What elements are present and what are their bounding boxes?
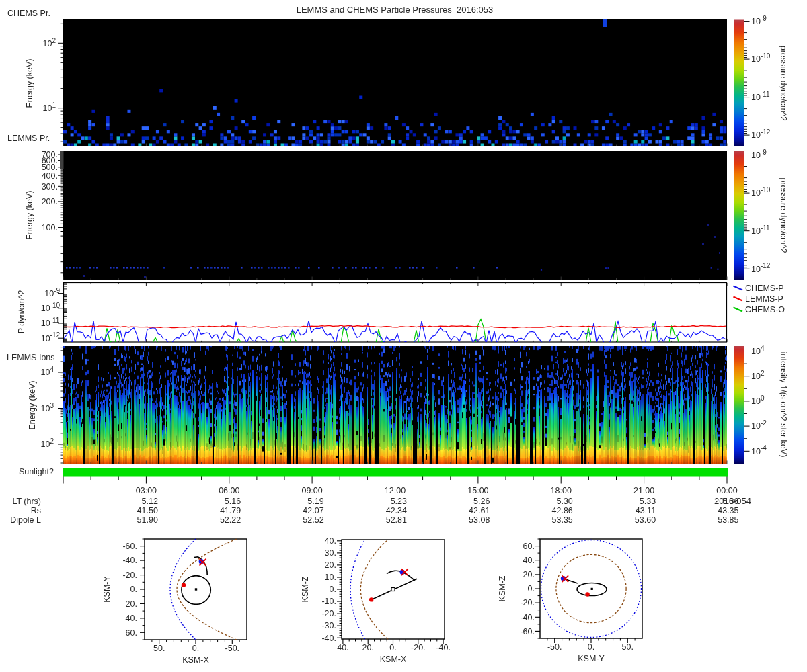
svg-text:Energy (keV): Energy (keV)	[25, 191, 34, 240]
svg-text:LEMMS-P: LEMMS-P	[745, 294, 783, 304]
svg-text:2016-054: 2016-054	[714, 496, 751, 506]
svg-text:Dipole L: Dipole L	[10, 515, 41, 525]
svg-text:53.35: 53.35	[552, 515, 573, 525]
svg-text:0.: 0.	[330, 585, 336, 594]
svg-text:10-9: 10-9	[44, 287, 60, 298]
svg-text:-10.: -10.	[321, 597, 336, 606]
svg-text:Rs: Rs	[31, 506, 41, 515]
svg-text:41.50: 41.50	[137, 506, 158, 515]
svg-text:09:00: 09:00	[301, 486, 322, 495]
svg-text:43.35: 43.35	[718, 506, 738, 515]
svg-text:10-9: 10-9	[751, 149, 767, 160]
svg-text:18:00: 18:00	[551, 486, 572, 495]
svg-text:10-10: 10-10	[751, 52, 771, 64]
svg-text:intensity 1/(s cm^2 ster keV): intensity 1/(s cm^2 ster keV)	[779, 352, 788, 458]
svg-text:52.81: 52.81	[386, 515, 407, 525]
svg-text:0.: 0.	[130, 585, 137, 594]
svg-text:KSM-Y: KSM-Y	[578, 654, 605, 663]
svg-text:0.: 0.	[588, 642, 594, 652]
svg-text:102: 102	[43, 37, 56, 48]
svg-text:10-4: 10-4	[751, 444, 767, 456]
svg-text:5.12: 5.12	[142, 497, 158, 506]
svg-text:06:00: 06:00	[219, 486, 239, 495]
svg-text:KSM-X: KSM-X	[380, 655, 407, 664]
svg-text:-40.: -40.	[436, 643, 451, 653]
svg-text:10-11: 10-11	[751, 91, 770, 102]
svg-text:10-11: 10-11	[41, 317, 60, 328]
svg-text:53.60: 53.60	[635, 515, 656, 525]
svg-text:12:00: 12:00	[385, 486, 406, 495]
svg-text:-60.: -60.	[122, 542, 137, 551]
svg-text:-20.: -20.	[520, 598, 535, 607]
svg-text:CHEMS-P: CHEMS-P	[745, 284, 784, 293]
svg-text:20.: 20.	[325, 560, 336, 570]
svg-text:40.: 40.	[126, 614, 137, 623]
svg-text:10-9: 10-9	[751, 15, 767, 26]
svg-text:101: 101	[43, 101, 56, 113]
svg-text:10-12: 10-12	[751, 262, 771, 274]
svg-text:-40.: -40.	[122, 556, 137, 565]
svg-text:CHEMS-O: CHEMS-O	[745, 305, 785, 314]
svg-text:51.90: 51.90	[137, 515, 158, 525]
svg-text:104: 104	[751, 345, 765, 356]
svg-text:15:00: 15:00	[467, 486, 488, 495]
svg-text:42.61: 42.61	[469, 506, 490, 515]
svg-text:100.: 100.	[42, 223, 58, 233]
svg-text:200.: 200.	[42, 197, 58, 206]
svg-text:41.79: 41.79	[220, 506, 241, 515]
svg-text:103: 103	[41, 402, 54, 413]
svg-text:pressure dyne/cm^2: pressure dyne/cm^2	[779, 177, 788, 253]
svg-text:10-10: 10-10	[751, 186, 771, 198]
svg-text:21:00: 21:00	[633, 486, 654, 495]
svg-text:-50.: -50.	[225, 644, 240, 653]
svg-text:P dyn/cm^2: P dyn/cm^2	[17, 290, 26, 334]
svg-text:Energy (keV): Energy (keV)	[25, 59, 34, 108]
svg-text:102: 102	[41, 437, 54, 449]
svg-text:LEMMS and CHEMS Particle Press: LEMMS and CHEMS Particle Pressures 2016:…	[297, 5, 494, 15]
svg-text:40.: 40.	[523, 556, 535, 565]
svg-text:LEMMS Pr.: LEMMS Pr.	[7, 134, 50, 143]
svg-text:10.: 10.	[325, 573, 336, 582]
svg-text:20.: 20.	[126, 599, 137, 609]
svg-text:10-12: 10-12	[751, 128, 771, 140]
svg-text:700.: 700.	[42, 150, 58, 159]
svg-text:-40.: -40.	[321, 634, 336, 643]
svg-text:Sunlight?: Sunlight?	[19, 467, 54, 476]
svg-text:5.19: 5.19	[307, 497, 323, 506]
svg-text:-20.: -20.	[321, 609, 336, 618]
svg-text:5.33: 5.33	[640, 497, 656, 506]
svg-text:-60.: -60.	[520, 627, 535, 636]
svg-text:10-11: 10-11	[751, 224, 770, 236]
svg-text:KSM-Z: KSM-Z	[498, 575, 507, 601]
svg-text:60.: 60.	[523, 542, 535, 551]
svg-text:100: 100	[751, 394, 765, 406]
svg-text:50.: 50.	[622, 642, 633, 652]
svg-text:104: 104	[41, 366, 54, 377]
svg-text:KSM-Y: KSM-Y	[102, 576, 112, 603]
svg-text:LT (hrs): LT (hrs)	[12, 497, 41, 506]
svg-text:-30.: -30.	[321, 621, 336, 630]
svg-text:10-12: 10-12	[41, 331, 61, 343]
svg-text:5.23: 5.23	[391, 497, 407, 506]
svg-text:10-2: 10-2	[751, 419, 767, 431]
svg-text:5.16: 5.16	[225, 497, 241, 506]
svg-text:KSM-X: KSM-X	[182, 655, 209, 665]
svg-text:-20.: -20.	[411, 643, 426, 653]
svg-text:5.26: 5.26	[473, 497, 490, 506]
svg-text:20.: 20.	[362, 643, 374, 653]
svg-text:102: 102	[751, 370, 765, 381]
svg-text:43.11: 43.11	[636, 506, 656, 515]
svg-text:40.: 40.	[337, 643, 348, 653]
svg-text:400.: 400.	[42, 171, 58, 181]
svg-text:42.34: 42.34	[386, 506, 407, 515]
svg-text:53.85: 53.85	[718, 515, 738, 525]
svg-text:60.: 60.	[126, 628, 137, 638]
svg-text:-20.: -20.	[122, 571, 137, 580]
svg-text:10-10: 10-10	[41, 302, 61, 313]
svg-text:42.86: 42.86	[552, 506, 573, 515]
svg-text:03:00: 03:00	[136, 486, 157, 495]
svg-text:KSM-Z: KSM-Z	[301, 576, 310, 602]
svg-text:Energy (keV): Energy (keV)	[28, 381, 37, 430]
svg-text:40.: 40.	[325, 536, 336, 546]
svg-text:5.30: 5.30	[556, 497, 572, 506]
